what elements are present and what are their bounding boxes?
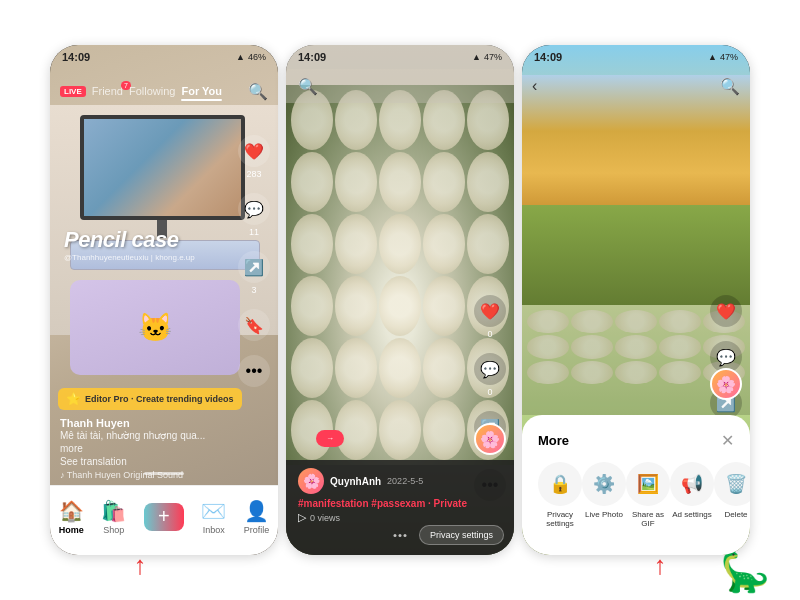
more-icon: •••: [238, 355, 270, 387]
more-panel-items: 🔒 Privacysettings ⚙️ Live Photo 🖼️ Share…: [538, 462, 734, 528]
nav-tab-foryou[interactable]: For You: [181, 85, 222, 97]
phones-row: 🐱 14:09 ▲ 46% LIVE Friend 7: [40, 35, 760, 565]
phone1-right-actions: ❤️ 283 💬 11 ↗️ 3 🔖 •••: [238, 135, 270, 387]
panel-item-live-photo[interactable]: ⚙️ Live Photo: [582, 462, 626, 528]
phone2-views: ▷ 0 views: [298, 511, 502, 524]
phone1-caption: Thanh Huyen Mê tài tài, nhường nhượng qu…: [60, 417, 228, 480]
phone2-search-icon[interactable]: 🔍: [298, 77, 318, 96]
phone3-like-btn[interactable]: ❤️: [710, 295, 742, 327]
phone1-more-btn[interactable]: •••: [238, 355, 270, 387]
live-photo-icon: ⚙️: [582, 462, 626, 506]
phone1-share-btn[interactable]: ↗️ 3: [238, 251, 270, 295]
gif-icon: 🖼️: [626, 462, 670, 506]
phone2-comment-btn[interactable]: 💬 0: [474, 353, 506, 397]
panel-item-share-gif[interactable]: 🖼️ Share as GIF: [626, 462, 670, 528]
phone1-bookmark-btn[interactable]: 🔖: [238, 309, 270, 341]
more-panel-close[interactable]: ✕: [721, 431, 734, 450]
comment-icon: 💬: [238, 193, 270, 225]
phone1-nav-left: LIVE Friend 7 Following For You: [60, 85, 222, 97]
phone2-like-btn[interactable]: ❤️ 0: [474, 295, 506, 339]
home-icon: 🏠: [59, 499, 84, 523]
delete-label: Delete: [724, 510, 747, 519]
phone1-banner[interactable]: ⭐ Editor Pro · Create trending videos: [58, 388, 242, 410]
comment-icon-2: 💬: [474, 353, 506, 385]
see-translation[interactable]: See translation: [60, 455, 228, 468]
heart-icon-3: ❤️: [710, 295, 742, 327]
more-panel-title: More: [538, 433, 569, 448]
phone-1: 🐱 14:09 ▲ 46% LIVE Friend 7: [50, 45, 278, 555]
nav-tab-following[interactable]: Following: [129, 85, 175, 97]
phone1-status-icons: ▲ 46%: [236, 52, 266, 62]
like-count: 283: [246, 169, 261, 179]
share-count: 3: [251, 285, 256, 295]
phone2-time: 14:09: [298, 51, 326, 63]
nav-tab-friend[interactable]: Friend 7: [92, 85, 123, 97]
phone1-title: Pencil case: [64, 227, 195, 253]
inbox-icon: ✉️: [201, 499, 226, 523]
dinosaur-decoration: 🦕: [720, 548, 770, 595]
phone1-status-bar: 14:09 ▲ 46%: [50, 45, 278, 69]
more-panel-header: More ✕: [538, 431, 734, 450]
bottom-tab-add[interactable]: +: [144, 503, 184, 531]
phone1-nav: LIVE Friend 7 Following For You 🔍: [50, 73, 278, 109]
phone1-wifi-icon: ▲: [236, 52, 245, 62]
banner-star-icon: ⭐: [66, 392, 81, 406]
phone2-tags: #manifestation #passexam · Private: [298, 498, 502, 509]
share-icon: ↗️: [238, 251, 270, 283]
delete-icon: 🗑️: [714, 462, 750, 506]
bottom-tab-profile[interactable]: 👤 Profile: [244, 499, 270, 535]
comment-count: 11: [249, 227, 259, 237]
live-photo-label: Live Photo: [585, 510, 623, 519]
panel-item-ad-settings[interactable]: 📢 Ad settings: [670, 462, 714, 528]
phone1-title-area: Pencil case @Thanhhuyeneutieuxiu | khong…: [64, 227, 195, 262]
heart-icon: ❤️: [238, 135, 270, 167]
phone2-wifi-icon: ▲: [472, 52, 481, 62]
banner-text: Editor Pro · Create trending videos: [85, 394, 234, 404]
phone3-nav: ‹ 🔍: [522, 69, 750, 103]
phone3-screen: 14:09 ▲ 47% ‹ 🔍 ❤️ �: [522, 45, 750, 555]
shop-icon: 🛍️: [101, 499, 126, 523]
phone-2: 14:09 ▲ 47% 🔍 ❤️ 0: [286, 45, 514, 555]
phone1-comment-btn[interactable]: 💬 11: [238, 193, 270, 237]
panel-item-privacy[interactable]: 🔒 Privacysettings: [538, 462, 582, 528]
phone1-time: 14:09: [62, 51, 90, 63]
phone3-search-icon[interactable]: 🔍: [720, 77, 740, 96]
phone3-back-icon[interactable]: ‹: [532, 77, 537, 95]
phone2-username: QuynhAnh: [330, 476, 381, 487]
phone2-status-icons: ▲ 47%: [472, 52, 502, 62]
phone2-status-bar: 14:09 ▲ 47%: [286, 45, 514, 69]
profile-icon: 👤: [244, 499, 269, 523]
phone2-red-arrow: →: [316, 430, 344, 447]
heart-icon-2: ❤️: [474, 295, 506, 327]
phone3-battery: 47%: [720, 52, 738, 62]
phone1-username: @Thanhhuyeneutieuxiu | khong.e.up: [64, 253, 195, 262]
bottom-tab-inbox[interactable]: ✉️ Inbox: [201, 499, 226, 535]
phone2-user-row: 🌸 QuynhAnh 2022-5-5: [298, 468, 502, 494]
ad-settings-label: Ad settings: [672, 510, 712, 519]
bookmark-icon: 🔖: [238, 309, 270, 341]
phone2-more-dots[interactable]: [394, 534, 407, 537]
phone3-right-avatar[interactable]: 🌸: [710, 368, 742, 400]
bottom-tab-shop[interactable]: 🛍️ Shop: [101, 499, 126, 535]
phone3-more-panel: More ✕ 🔒 Privacysettings ⚙️ Live Photo: [522, 415, 750, 555]
phone1-search-icon[interactable]: 🔍: [248, 82, 268, 101]
phone2-battery: 47%: [484, 52, 502, 62]
phone2-screen: 14:09 ▲ 47% 🔍 ❤️ 0: [286, 45, 514, 555]
phone-3: 14:09 ▲ 47% ‹ 🔍 ❤️ �: [522, 45, 750, 555]
lock-icon: 🔒: [538, 462, 582, 506]
phone2-date: 2022-5-5: [387, 476, 423, 486]
bottom-tab-home[interactable]: 🏠 Home: [59, 499, 84, 535]
phone3-status-icons: ▲ 47%: [708, 52, 738, 62]
phone3-time: 14:09: [534, 51, 562, 63]
phone1-screen: 🐱 14:09 ▲ 46% LIVE Friend 7: [50, 45, 278, 555]
phone1-tv: [80, 115, 245, 220]
phone1-bottom-bar: 🏠 Home 🛍️ Shop + ✉️ Inbox: [50, 485, 278, 555]
app-container: 🐱 14:09 ▲ 46% LIVE Friend 7: [0, 0, 800, 600]
phone2-comment-count: 0: [487, 387, 492, 397]
phone2-right-avatar[interactable]: 🌸: [474, 423, 506, 455]
play-icon: ▷: [298, 511, 306, 524]
live-badge: LIVE: [60, 86, 86, 97]
phone1-like-btn[interactable]: ❤️ 283: [238, 135, 270, 179]
panel-item-delete[interactable]: 🗑️ Delete: [714, 462, 750, 528]
phone2-privacy-btn[interactable]: Privacy settings: [419, 525, 504, 545]
